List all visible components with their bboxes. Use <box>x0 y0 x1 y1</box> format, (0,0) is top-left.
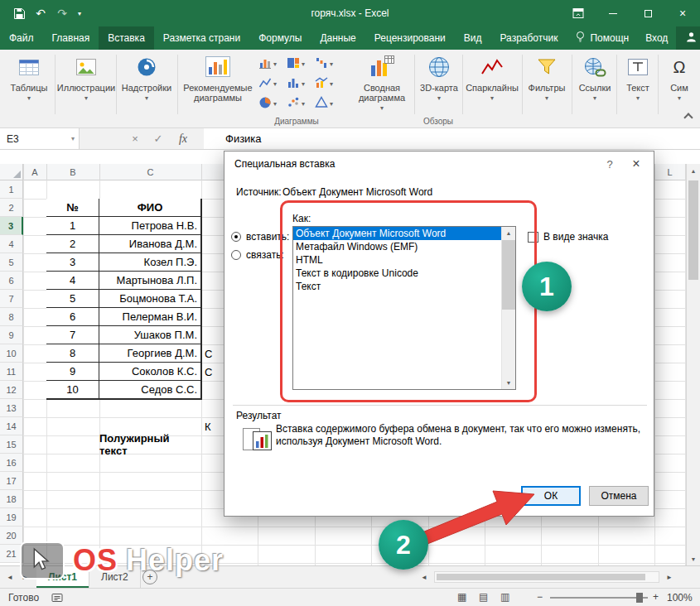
tab-insert[interactable]: Вставка <box>99 26 154 50</box>
tab-file[interactable]: Файл <box>0 26 43 50</box>
paste-link-radio[interactable]: связать: <box>231 249 284 261</box>
hscroll-left-icon[interactable]: ◄ <box>418 566 431 588</box>
row-header-16[interactable]: 16 <box>0 454 23 472</box>
ribbon-button-filters[interactable]: Фильтры▾ <box>525 53 568 103</box>
formula-enter-icon[interactable]: ✓ <box>147 128 169 149</box>
view-page-layout-icon[interactable]: ▤ <box>479 591 488 603</box>
ribbon-button-chart-scatter[interactable]: ▾ <box>287 96 305 111</box>
table-name-cell[interactable]: Иванова Д.М. <box>99 235 201 253</box>
ribbon-button-tables[interactable]: Таблицы▾ <box>5 53 53 103</box>
row-header-7[interactable]: 7 <box>0 290 23 308</box>
share-button[interactable]: Общий доступ <box>676 26 700 50</box>
minimize-button[interactable] <box>596 0 630 26</box>
table-name-cell[interactable]: Петрова Н.В. <box>99 217 201 235</box>
row-header-11[interactable]: 11 <box>0 363 23 381</box>
ribbon-button-recommended-charts[interactable]: Рекомендуемые диаграммы <box>179 53 257 103</box>
table-name-cell[interactable]: Боцмонова Т.А. <box>99 290 201 308</box>
ribbon-button-symbols[interactable]: ΩСим▾ <box>661 53 698 103</box>
ribbon-button-chart-waterfall[interactable]: ▾ <box>315 56 333 71</box>
tab-developer[interactable]: Разработчик <box>490 26 567 50</box>
row-header-1[interactable]: 1 <box>0 180 23 199</box>
view-page-break-icon[interactable]: ▥ <box>500 591 509 603</box>
table-number-cell[interactable]: 10 <box>46 381 99 399</box>
column-header-L[interactable]: L <box>654 164 685 180</box>
row-header-12[interactable]: 12 <box>0 381 23 399</box>
dialog-close-icon[interactable]: × <box>622 156 650 171</box>
table-name-cell[interactable]: Мартынова Л.П. <box>99 272 201 290</box>
table-number-cell[interactable]: 6 <box>46 308 99 326</box>
redo-icon[interactable]: ↷ <box>53 4 71 22</box>
as-icon-checkbox[interactable]: В виде значка <box>528 231 608 243</box>
save-icon[interactable] <box>10 4 28 22</box>
row-header-2[interactable]: 2 <box>0 199 23 217</box>
ribbon-button-links[interactable]: Ссылки▾ <box>575 53 615 103</box>
table-number-cell[interactable]: 8 <box>46 344 99 363</box>
row-header-19[interactable]: 19 <box>0 508 23 527</box>
dialog-titlebar[interactable]: Специальная вставка ? × <box>224 152 654 176</box>
partial-cell[interactable]: К <box>205 417 211 435</box>
chevron-down-icon[interactable]: ▾ <box>71 135 79 142</box>
dialog-help-icon[interactable]: ? <box>597 158 622 171</box>
row-header-6[interactable]: 6 <box>0 272 23 290</box>
column-header-A[interactable]: A <box>23 164 46 180</box>
ribbon-button-illustrations[interactable]: Иллюстрации▾ <box>58 53 114 103</box>
row-header-8[interactable]: 8 <box>0 308 23 326</box>
table-name-cell[interactable]: Пелерман В.И. <box>99 308 201 326</box>
table-number-cell[interactable]: 9 <box>46 363 99 381</box>
row-header-17[interactable]: 17 <box>0 472 23 490</box>
ribbon-button-3d-map[interactable]: 3D-карта▾ <box>418 53 461 103</box>
column-header-C[interactable]: C <box>99 164 201 180</box>
zoom-slider-thumb[interactable] <box>636 593 643 603</box>
vertical-scrollbar[interactable]: ▲ ▼ <box>686 164 700 565</box>
table-header-num[interactable]: № <box>46 199 99 217</box>
row-header-5[interactable]: 5 <box>0 253 23 272</box>
ribbon-button-addins[interactable]: Надстройки▾ <box>119 53 174 103</box>
formula-input[interactable]: Физика <box>204 128 700 149</box>
ribbon-display-options-icon[interactable] <box>561 0 596 26</box>
row-header-3[interactable]: 3 <box>0 217 23 235</box>
zoom-slider[interactable] <box>550 597 648 599</box>
ribbon-button-chart-combo[interactable]: ▾ <box>315 76 333 91</box>
row-header-15[interactable]: 15 <box>0 435 23 454</box>
maximize-button[interactable] <box>630 0 665 26</box>
table-number-cell[interactable]: 7 <box>46 326 99 344</box>
hscroll-right-icon[interactable]: ► <box>663 566 676 588</box>
tab-home[interactable]: Главная <box>43 26 99 50</box>
ribbon-button-chart-statistic[interactable]: ▾ <box>287 76 305 91</box>
ribbon-button-chart-line[interactable]: ▾ <box>258 76 277 91</box>
table-header-fio[interactable]: ФИО <box>99 199 201 217</box>
row-header-4[interactable]: 4 <box>0 235 23 253</box>
table-name-cell[interactable]: Седов С.С. <box>99 381 201 399</box>
table-number-cell[interactable]: 2 <box>46 235 99 253</box>
close-button[interactable]: × <box>665 0 700 26</box>
tab-view[interactable]: Вид <box>455 26 491 50</box>
table-name-cell[interactable]: Козел П.Э. <box>99 253 201 272</box>
partial-cell[interactable]: С <box>205 363 212 381</box>
tell-me-button[interactable]: Помощн <box>567 26 637 50</box>
row-header-18[interactable]: 18 <box>0 490 23 508</box>
scroll-down-icon[interactable]: ▼ <box>687 552 700 565</box>
table-number-cell[interactable]: 3 <box>46 253 99 272</box>
row-header-14[interactable]: 14 <box>0 417 23 435</box>
table-number-cell[interactable]: 4 <box>46 272 99 290</box>
column-header-B[interactable]: B <box>46 164 99 180</box>
select-all-corner[interactable] <box>0 164 23 180</box>
insert-function-icon[interactable]: fx <box>172 128 194 149</box>
view-normal-icon[interactable]: ▦ <box>457 591 466 603</box>
cancel-button[interactable]: Отмена <box>589 486 649 506</box>
ribbon-button-chart-column[interactable]: ▾ <box>258 56 277 71</box>
ribbon-button-chart-pie[interactable]: ▾ <box>258 96 277 111</box>
zoom-in-icon[interactable]: + <box>653 591 659 603</box>
tab-data[interactable]: Данные <box>311 26 364 50</box>
row-header-13[interactable]: 13 <box>0 399 23 417</box>
tab-page-layout[interactable]: Разметка страни <box>154 26 249 50</box>
sign-in-button[interactable]: Вход <box>637 26 676 50</box>
ribbon-button-sparklines[interactable]: Спарклайны▾ <box>466 53 519 103</box>
undo-icon[interactable]: ↶ <box>31 4 50 22</box>
status-icon[interactable] <box>51 593 63 605</box>
ribbon-button-text[interactable]: Текст▾ <box>620 53 656 103</box>
ribbon-button-chart-radar[interactable]: ▾ <box>315 96 333 111</box>
table-name-cell[interactable]: Соколов К.С. <box>99 363 201 381</box>
vscroll-thumb[interactable] <box>688 180 698 280</box>
hscroll-thumb[interactable] <box>437 574 645 580</box>
